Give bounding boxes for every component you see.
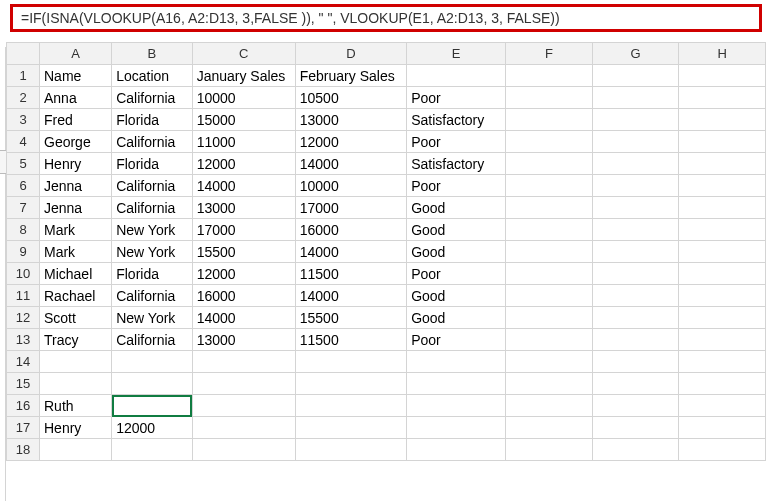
cell-H18[interactable] xyxy=(679,439,766,461)
cell-C12[interactable]: 14000 xyxy=(192,307,295,329)
cell-C13[interactable]: 13000 xyxy=(192,329,295,351)
cell-C15[interactable] xyxy=(192,373,295,395)
cell-F3[interactable] xyxy=(506,109,593,131)
cell-F14[interactable] xyxy=(506,351,593,373)
cell-F4[interactable] xyxy=(506,131,593,153)
cell-H4[interactable] xyxy=(679,131,766,153)
spreadsheet-grid[interactable]: A B C D E F G H 1 Name Location January … xyxy=(6,42,766,461)
cell-F7[interactable] xyxy=(506,197,593,219)
cell-F12[interactable] xyxy=(506,307,593,329)
row-header-1[interactable]: 1 xyxy=(7,65,40,87)
cell-H15[interactable] xyxy=(679,373,766,395)
cell-E13[interactable]: Poor xyxy=(407,329,506,351)
cell-C3[interactable]: 15000 xyxy=(192,109,295,131)
row-header-5[interactable]: 5 xyxy=(7,153,40,175)
cell-G18[interactable] xyxy=(592,439,679,461)
col-header-C[interactable]: C xyxy=(192,43,295,65)
cell-A14[interactable] xyxy=(40,351,112,373)
col-header-D[interactable]: D xyxy=(295,43,406,65)
cell-F6[interactable] xyxy=(506,175,593,197)
cell-G16[interactable] xyxy=(592,395,679,417)
row-header-16[interactable]: 16 xyxy=(7,395,40,417)
cell-C1[interactable]: January Sales xyxy=(192,65,295,87)
col-header-B[interactable]: B xyxy=(112,43,192,65)
cell-D18[interactable] xyxy=(295,439,406,461)
cell-E2[interactable]: Poor xyxy=(407,87,506,109)
cell-C9[interactable]: 15500 xyxy=(192,241,295,263)
cell-C11[interactable]: 16000 xyxy=(192,285,295,307)
cell-G3[interactable] xyxy=(592,109,679,131)
row-header-11[interactable]: 11 xyxy=(7,285,40,307)
cell-A13[interactable]: Tracy xyxy=(40,329,112,351)
col-header-E[interactable]: E xyxy=(407,43,506,65)
cell-B4[interactable]: California xyxy=(112,131,192,153)
cell-D7[interactable]: 17000 xyxy=(295,197,406,219)
cell-B3[interactable]: Florida xyxy=(112,109,192,131)
cell-A6[interactable]: Jenna xyxy=(40,175,112,197)
cell-G10[interactable] xyxy=(592,263,679,285)
cell-D10[interactable]: 11500 xyxy=(295,263,406,285)
cell-C7[interactable]: 13000 xyxy=(192,197,295,219)
cell-G8[interactable] xyxy=(592,219,679,241)
cell-B14[interactable] xyxy=(112,351,192,373)
cell-H3[interactable] xyxy=(679,109,766,131)
cell-B16[interactable] xyxy=(112,395,192,417)
cell-H9[interactable] xyxy=(679,241,766,263)
cell-F13[interactable] xyxy=(506,329,593,351)
cell-C17[interactable] xyxy=(192,417,295,439)
cell-D8[interactable]: 16000 xyxy=(295,219,406,241)
select-all-corner[interactable] xyxy=(7,43,40,65)
cell-H5[interactable] xyxy=(679,153,766,175)
cell-H7[interactable] xyxy=(679,197,766,219)
cell-B17[interactable]: 12000 xyxy=(112,417,192,439)
cell-B11[interactable]: California xyxy=(112,285,192,307)
cell-C5[interactable]: 12000 xyxy=(192,153,295,175)
cell-D11[interactable]: 14000 xyxy=(295,285,406,307)
cell-A11[interactable]: Rachael xyxy=(40,285,112,307)
cell-E9[interactable]: Good xyxy=(407,241,506,263)
cell-D15[interactable] xyxy=(295,373,406,395)
cell-D5[interactable]: 14000 xyxy=(295,153,406,175)
cell-G1[interactable] xyxy=(592,65,679,87)
cell-F15[interactable] xyxy=(506,373,593,395)
cell-F11[interactable] xyxy=(506,285,593,307)
cell-A16[interactable]: Ruth xyxy=(40,395,112,417)
cell-G12[interactable] xyxy=(592,307,679,329)
cell-D6[interactable]: 10000 xyxy=(295,175,406,197)
cell-A7[interactable]: Jenna xyxy=(40,197,112,219)
cell-A17[interactable]: Henry xyxy=(40,417,112,439)
cell-E8[interactable]: Good xyxy=(407,219,506,241)
row-header-8[interactable]: 8 xyxy=(7,219,40,241)
cell-H13[interactable] xyxy=(679,329,766,351)
cell-B15[interactable] xyxy=(112,373,192,395)
cell-B13[interactable]: California xyxy=(112,329,192,351)
cell-A8[interactable]: Mark xyxy=(40,219,112,241)
cell-A5[interactable]: Henry xyxy=(40,153,112,175)
cell-C4[interactable]: 11000 xyxy=(192,131,295,153)
row-header-14[interactable]: 14 xyxy=(7,351,40,373)
cell-E11[interactable]: Good xyxy=(407,285,506,307)
row-header-3[interactable]: 3 xyxy=(7,109,40,131)
cell-C10[interactable]: 12000 xyxy=(192,263,295,285)
cell-F18[interactable] xyxy=(506,439,593,461)
col-header-F[interactable]: F xyxy=(506,43,593,65)
cell-E4[interactable]: Poor xyxy=(407,131,506,153)
cell-F17[interactable] xyxy=(506,417,593,439)
row-header-18[interactable]: 18 xyxy=(7,439,40,461)
cell-E14[interactable] xyxy=(407,351,506,373)
cell-C18[interactable] xyxy=(192,439,295,461)
cell-B6[interactable]: California xyxy=(112,175,192,197)
cell-F1[interactable] xyxy=(506,65,593,87)
cell-B8[interactable]: New York xyxy=(112,219,192,241)
cell-E3[interactable]: Satisfactory xyxy=(407,109,506,131)
row-header-12[interactable]: 12 xyxy=(7,307,40,329)
cell-H2[interactable] xyxy=(679,87,766,109)
row-header-17[interactable]: 17 xyxy=(7,417,40,439)
cell-D13[interactable]: 11500 xyxy=(295,329,406,351)
cell-A2[interactable]: Anna xyxy=(40,87,112,109)
cell-E6[interactable]: Poor xyxy=(407,175,506,197)
cell-D2[interactable]: 10500 xyxy=(295,87,406,109)
cell-A10[interactable]: Michael xyxy=(40,263,112,285)
cell-G17[interactable] xyxy=(592,417,679,439)
cell-E17[interactable] xyxy=(407,417,506,439)
